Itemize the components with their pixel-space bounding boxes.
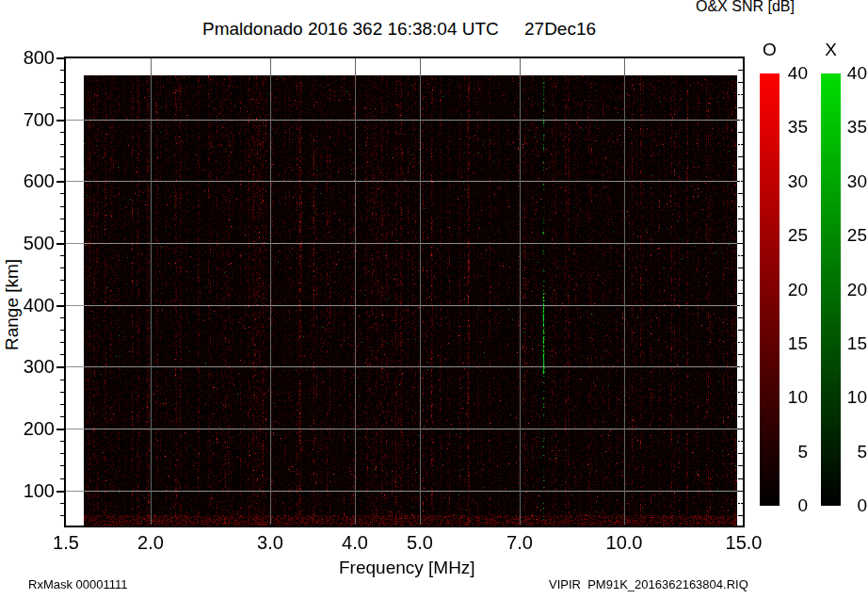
- colorbar-tick-label: 35: [839, 118, 867, 137]
- y-tick-label: 400: [19, 295, 55, 316]
- x-tick-label: 5.0: [392, 532, 448, 553]
- y-tick-label: 500: [19, 233, 55, 253]
- colorbar-tick-label: 10: [839, 388, 867, 407]
- colorbar-tick-label: 10: [780, 388, 808, 407]
- x-tick-label: 10.0: [596, 532, 652, 553]
- x-axis-label: Frequency [MHz]: [339, 558, 603, 578]
- colorbar-tick-label: 5: [780, 443, 808, 461]
- colorbar-tick-label: 20: [780, 281, 808, 300]
- colorbar-o-header: O: [760, 40, 780, 60]
- x-tick-label: 15.0: [715, 532, 772, 553]
- colorbar-tick-label: 25: [780, 226, 808, 245]
- ionogram-screen: Pmaldonado 2016 362 16:38:04 UTC 27Dec16…: [0, 0, 868, 599]
- colorbar-tick-label: 0: [839, 496, 867, 515]
- colorbar-title: O&X SNR [dB]: [696, 0, 795, 15]
- colorbar-tick-label: 15: [839, 334, 867, 353]
- y-tick-label: 800: [19, 47, 55, 68]
- y-tick-label: 100: [19, 480, 55, 501]
- rx-mask-text: RxMask 00001111: [28, 577, 128, 591]
- x-tick-label: 7.0: [491, 532, 548, 553]
- page-date: 27Dec16: [524, 19, 596, 40]
- colorbar-tick-label: 25: [839, 226, 867, 245]
- x-tick-label: 1.5: [38, 532, 94, 553]
- x-tick-label: 4.0: [327, 532, 383, 553]
- colorbar-tick-label: 20: [839, 281, 867, 300]
- colorbar-tick-label: 30: [780, 172, 808, 191]
- colorbar-x-header: X: [821, 40, 841, 60]
- y-tick-label: 200: [19, 418, 55, 439]
- ionogram-data-canvas: [84, 75, 737, 526]
- y-axis-label: Range [km]: [2, 259, 23, 350]
- x-tick-label: 3.0: [242, 532, 298, 553]
- colorbar-tick-label: 40: [839, 64, 867, 83]
- y-tick-label: 300: [19, 356, 55, 377]
- colorbar-o: [760, 73, 780, 506]
- y-tick-label: 600: [19, 170, 55, 191]
- colorbar-tick-label: 5: [839, 443, 867, 461]
- y-tick-label: 700: [19, 109, 55, 130]
- colorbar-tick-label: 40: [780, 64, 808, 83]
- data-filename-text: VIPIR PM91K_2016362163804.RIQ: [549, 577, 748, 591]
- x-tick-label: 2.0: [122, 532, 179, 553]
- colorbar-tick-label: 30: [839, 172, 867, 191]
- colorbar-tick-label: 15: [780, 334, 808, 353]
- colorbar-tick-label: 35: [780, 118, 808, 137]
- page-title: Pmaldonado 2016 362 16:38:04 UTC: [202, 19, 499, 40]
- colorbar-tick-label: 0: [780, 496, 808, 515]
- colorbar-x: [821, 73, 841, 506]
- edge-dashed-marker: [740, 76, 741, 525]
